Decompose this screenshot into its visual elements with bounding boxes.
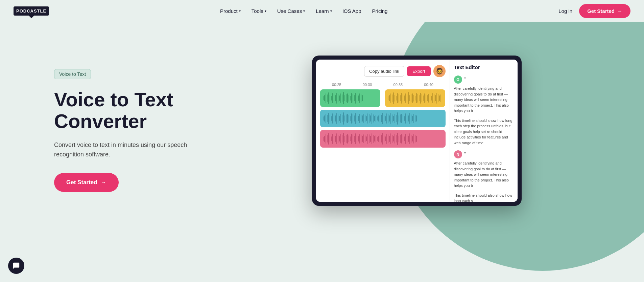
chevron-down-icon: ▾ [303, 9, 305, 13]
editor-block-g: G ▾ After carefully identifying and disc… [454, 75, 514, 114]
chevron-down-icon[interactable]: ▾ [464, 76, 466, 80]
chevron-down-icon: ▾ [239, 9, 241, 13]
user-avatar: 🧔 [433, 65, 446, 77]
hero-left: Voice to Text Voice to Text Converter Co… [54, 49, 230, 192]
chat-icon [13, 262, 20, 269]
nav-item-usecases[interactable]: Use Cases ▾ [277, 8, 305, 14]
nav-item-ios[interactable]: iOS App [343, 8, 361, 14]
copy-audio-link-button[interactable]: Copy audio link [364, 66, 404, 77]
nav-usecases-label: Use Cases [277, 8, 302, 14]
waveform-bars-yellow [388, 89, 441, 107]
waveform-bars-blue [323, 110, 417, 127]
waveform-blue [320, 110, 446, 127]
editor-block-n: N ▾ After carefully identifying and disc… [454, 150, 514, 189]
paragraph-2: This timeline should also show how long … [454, 193, 514, 202]
chat-bubble-button[interactable] [8, 258, 24, 274]
navbar: PODCASTLE Product ▾ Tools ▾ Use Cases ▾ … [0, 0, 644, 22]
hero-cta-label: Get Started [66, 179, 97, 186]
speaker-g-avatar: G [454, 75, 462, 84]
text-editor-title: Text Editor [454, 64, 514, 70]
nav-item-learn[interactable]: Learn ▾ [316, 8, 332, 14]
speaker-g-text: After carefully identifying and discover… [454, 86, 514, 114]
waveform-bars-pink [323, 130, 417, 148]
waveform-green [320, 89, 380, 107]
nav-learn-label: Learn [316, 8, 329, 14]
hero-content: Voice to Text Voice to Text Converter Co… [0, 22, 644, 282]
chevron-down-icon: ▾ [265, 9, 266, 13]
arrow-right-icon: → [617, 8, 622, 14]
hero-subtitle: Convert voice to text in minutes using o… [54, 140, 196, 160]
waveform-yellow [385, 89, 445, 107]
speaker-n-row: N ▾ [454, 150, 514, 158]
nav-ios-label: iOS App [343, 8, 361, 14]
export-button[interactable]: Export [407, 66, 431, 76]
hero-badge: Voice to Text [54, 69, 91, 79]
hero-title: Voice to Text Converter [54, 89, 230, 132]
logo-text: PODCASTLE [14, 6, 49, 16]
logo-label: PODCASTLE [16, 8, 46, 14]
nav-tools-label: Tools [252, 8, 263, 14]
timeline-label-0: 00:25 [321, 83, 352, 87]
hero-right: Copy audio link Export 🧔 00:25 00:30 00:… [230, 49, 603, 206]
speaker-n-text: After carefully identifying and discover… [454, 160, 514, 189]
waveform-row-2 [320, 110, 446, 127]
nav-links: Product ▾ Tools ▾ Use Cases ▾ Learn ▾ iO [220, 8, 387, 14]
tablet-mockup: Copy audio link Export 🧔 00:25 00:30 00:… [312, 56, 522, 206]
waveform-pink [320, 130, 446, 148]
login-link[interactable]: Log in [558, 8, 572, 14]
nav-item-tools[interactable]: Tools ▾ [252, 8, 266, 14]
speaker-n-avatar: N [454, 150, 462, 158]
timeline-label-3: 00:40 [413, 83, 444, 87]
nav-item-pricing[interactable]: Pricing [372, 8, 388, 14]
tablet-inner: Copy audio link Export 🧔 00:25 00:30 00:… [316, 60, 518, 202]
hero-section: Voice to Text Voice to Text Converter Co… [0, 0, 644, 282]
audio-editor-panel: Copy audio link Export 🧔 00:25 00:30 00:… [316, 60, 450, 202]
timeline-labels: 00:25 00:30 00:35 00:40 [320, 83, 446, 87]
waveform-row-3 [320, 130, 446, 148]
logo[interactable]: PODCASTLE [14, 6, 49, 16]
nav-pricing-label: Pricing [372, 8, 388, 14]
nav-right: Log in Get Started → [558, 4, 630, 18]
waveform-row-1 [320, 89, 446, 107]
nav-item-product[interactable]: Product ▾ [220, 8, 241, 14]
chevron-down-icon[interactable]: ▾ [464, 151, 466, 155]
paragraph-1: This timeline should show how long each … [454, 118, 514, 146]
hero-title-line1: Voice to Text [54, 88, 173, 110]
get-started-label: Get Started [587, 8, 615, 14]
chevron-down-icon: ▾ [330, 9, 332, 13]
nav-product-label: Product [220, 8, 238, 14]
get-started-button[interactable]: Get Started → [579, 4, 630, 18]
text-editor-panel: Text Editor G ▾ After carefully identify… [450, 60, 518, 202]
timeline-label-2: 00:35 [383, 83, 413, 87]
timeline-label-1: 00:30 [352, 83, 383, 87]
hero-title-line2: Converter [54, 110, 147, 132]
speaker-g-row: G ▾ [454, 75, 514, 84]
arrow-right-icon: → [101, 179, 106, 186]
audio-toolbar: Copy audio link Export 🧔 [320, 65, 446, 77]
hero-cta-button[interactable]: Get Started → [54, 173, 119, 192]
waveform-bars-green [323, 89, 363, 107]
